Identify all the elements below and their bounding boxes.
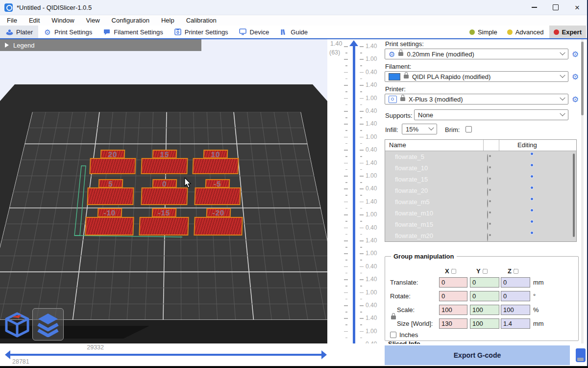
tab-printer-settings[interactable]: Printer Settings: [169, 26, 234, 38]
menu-edit[interactable]: Edit: [23, 17, 46, 24]
slider-minor-tick: [360, 247, 362, 248]
3d-viewport[interactable]: Legend 20151050-5-10-15-20: [0, 39, 327, 343]
tab-device[interactable]: Device: [234, 26, 275, 38]
gm-input-x[interactable]: 130: [439, 318, 467, 329]
menu-file[interactable]: File: [1, 17, 23, 24]
inches-checkbox[interactable]: [390, 332, 396, 338]
object-row-flowrate_m10[interactable]: flowrate_m10: [385, 208, 576, 219]
menu-help[interactable]: Help: [155, 17, 180, 24]
slider-tick: [344, 266, 348, 267]
visibility-eye-icon[interactable]: [487, 200, 488, 207]
world-coordinates-icon[interactable]: [451, 269, 456, 274]
visibility-eye-icon[interactable]: [487, 188, 488, 196]
object-row-flowrate_m5[interactable]: flowrate_m5: [385, 196, 576, 208]
export-to-sd-button[interactable]: [574, 346, 587, 364]
menu-window[interactable]: Window: [46, 17, 80, 24]
gm-input-x[interactable]: 0: [439, 277, 467, 288]
flowrate-tile[interactable]: [194, 187, 241, 205]
object-row-flowrate_15[interactable]: flowrate_15: [385, 174, 576, 185]
visibility-eye-icon[interactable]: [487, 155, 488, 162]
world-coordinates-icon[interactable]: [514, 269, 518, 274]
menu-configuration[interactable]: Configuration: [106, 17, 155, 24]
gm-input-z[interactable]: 0: [501, 277, 530, 288]
object-list-scrollbar[interactable]: [573, 154, 575, 237]
gm-row-label: Scale:: [397, 306, 415, 314]
object-row-flowrate_20[interactable]: flowrate_20: [385, 185, 576, 196]
menu-calibration[interactable]: Calibration: [180, 17, 222, 24]
slider-tick: [360, 266, 364, 267]
gm-input-x[interactable]: 100: [439, 305, 467, 315]
legend-toggle[interactable]: Legend: [0, 39, 201, 51]
gm-input-z[interactable]: 1.4: [501, 318, 530, 329]
mode-label: Expert: [562, 28, 582, 36]
tab-guide[interactable]: Guide: [274, 26, 313, 38]
flowrate-tile[interactable]: [141, 187, 188, 205]
object-row-flowrate_10[interactable]: flowrate_10: [385, 162, 576, 174]
mode-expert[interactable]: Expert: [549, 26, 586, 38]
flowrate-tile[interactable]: [85, 217, 134, 236]
gm-input-z[interactable]: 0: [501, 291, 530, 301]
world-coordinates-icon[interactable]: [483, 269, 488, 274]
maximize-button[interactable]: [545, 0, 566, 15]
editor-view-button[interactable]: [2, 309, 32, 341]
gm-input-y[interactable]: 0: [470, 277, 499, 288]
object-name: flowrate_15: [395, 176, 428, 183]
slider-tick-label: 1.00: [366, 250, 377, 257]
preview-view-button[interactable]: [32, 308, 64, 341]
object-row-flowrate_m15[interactable]: flowrate_m15: [385, 219, 576, 230]
slider-tick-label: 0.40: [366, 69, 377, 76]
slider-minor-tick: [360, 156, 362, 157]
menu-view[interactable]: View: [80, 17, 106, 24]
tab-label: Print Settings: [54, 28, 92, 36]
print-settings-dropdown[interactable]: ⚙ 0.20mm Fine (modified): [385, 49, 568, 59]
visibility-eye-icon[interactable]: [487, 177, 488, 184]
object-list: Name Editing flowrate_5flowrate_10flowra…: [385, 139, 577, 242]
print-settings-gear-button[interactable]: ⚙: [571, 50, 580, 58]
layer-slider-track[interactable]: [353, 45, 355, 349]
slider-tick: [360, 240, 364, 241]
scale-lock-icon[interactable]: [391, 315, 396, 319]
visibility-eye-icon[interactable]: [487, 234, 488, 241]
printer-gear-button[interactable]: ⚙: [571, 95, 580, 104]
mode-simple[interactable]: Simple: [465, 26, 502, 38]
range-right-handle[interactable]: [321, 350, 327, 359]
tab-print-settings[interactable]: ⚙ Print Settings: [38, 26, 98, 38]
mode-advanced[interactable]: Advanced: [503, 26, 548, 38]
flowrate-tile[interactable]: [192, 158, 239, 174]
gm-input-y[interactable]: 0: [470, 291, 499, 301]
infill-dropdown[interactable]: 15%: [402, 124, 437, 134]
slider-tick: [344, 214, 348, 215]
printer-dropdown[interactable]: X-Plus 3 (modified): [385, 94, 568, 105]
flowrate-tile[interactable]: [141, 158, 188, 174]
slider-minor-tick: [345, 234, 347, 235]
minimize-button[interactable]: [523, 0, 545, 15]
tab-filament-settings[interactable]: Filament Settings: [98, 26, 168, 38]
panel-scrollbar-thumb[interactable]: [581, 42, 584, 115]
range-slider-track[interactable]: [10, 354, 322, 356]
slider-tick: [360, 111, 364, 112]
gm-input-y[interactable]: 100: [470, 318, 499, 329]
slider-minor-tick: [345, 208, 347, 209]
visibility-eye-icon[interactable]: [487, 211, 488, 218]
visibility-eye-icon[interactable]: [487, 166, 488, 173]
flowrate-tile[interactable]: [194, 217, 243, 236]
layer-slider-upper-thumb[interactable]: [349, 40, 358, 46]
export-gcode-button[interactable]: Export G-code: [385, 345, 570, 365]
supports-dropdown[interactable]: None: [414, 109, 568, 120]
brim-checkbox[interactable]: [466, 126, 472, 132]
filament-gear-button[interactable]: ⚙: [571, 72, 580, 81]
close-button[interactable]: ×: [566, 0, 588, 15]
tab-label: Guide: [291, 28, 308, 36]
gm-input-x[interactable]: 0: [439, 291, 467, 301]
visibility-eye-icon[interactable]: [487, 222, 488, 230]
flowrate-tile[interactable]: [87, 187, 134, 205]
gm-input-z[interactable]: 100: [501, 305, 530, 315]
object-row-flowrate_m20[interactable]: flowrate_m20: [385, 230, 576, 241]
tab-plater[interactable]: Plater: [0, 26, 38, 38]
gm-input-y[interactable]: 100: [470, 305, 499, 315]
object-row-flowrate_5[interactable]: flowrate_5: [385, 151, 576, 162]
brim-label: Brim:: [445, 126, 460, 133]
flowrate-tile[interactable]: [139, 217, 189, 236]
filament-dropdown[interactable]: QIDI PLA Rapido (modified): [385, 71, 568, 82]
flowrate-tile[interactable]: [89, 158, 136, 174]
